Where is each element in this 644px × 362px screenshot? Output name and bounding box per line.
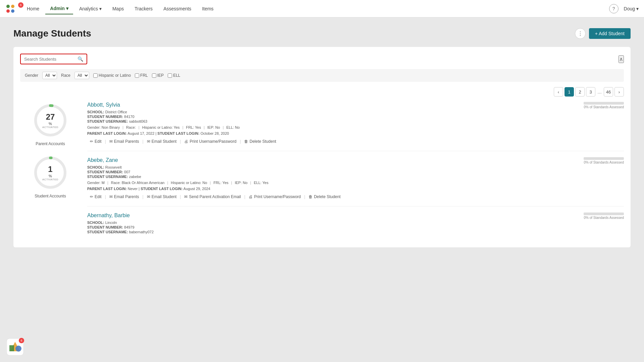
gender-select[interactable]: All xyxy=(42,72,57,79)
edit-icon-abbott: ✏ xyxy=(90,139,93,144)
user-dropdown-icon: ▾ xyxy=(636,6,639,11)
app-logo[interactable] xyxy=(5,4,15,14)
standards-label-abebe: 0% of Standards Assessed xyxy=(584,161,624,164)
nav-right: ? Doug ▾ xyxy=(609,4,639,13)
email-parents-button-abebe[interactable]: ✉ Email Parents xyxy=(107,193,142,200)
student-left-abernathy: Abernathy, Barbie School: Lincoln Studen… xyxy=(87,213,154,235)
standards-bar-abbott: 0% of Standards Assessed xyxy=(584,102,624,109)
student-pct-symbol: % xyxy=(49,174,52,178)
page-dots: … xyxy=(597,89,602,95)
page-actions: ⋮ + Add Student xyxy=(575,28,631,39)
student-accounts-stat: 1 % ACTIVATED Student Accounts xyxy=(20,154,80,198)
parent-percent: 27 xyxy=(46,112,55,122)
parent-circle-container: 27 % ACTIVATED xyxy=(32,102,69,139)
user-menu[interactable]: Doug ▾ xyxy=(624,6,639,11)
student-left-abbott: Abbott, Sylvia School: District Office S… xyxy=(87,102,240,138)
gender-label: Gender xyxy=(25,73,38,78)
delete-button-abebe[interactable]: 🗑 Delete Student xyxy=(306,193,343,200)
send-activation-button-abebe[interactable]: ✉ Send Parent Activation Email xyxy=(181,193,244,200)
nav-analytics[interactable]: Analytics ▾ xyxy=(74,3,106,14)
search-input[interactable] xyxy=(24,57,77,62)
prev-page-button[interactable]: ‹ xyxy=(554,87,563,97)
next-page-button[interactable]: › xyxy=(614,87,624,97)
widget-badge: 6 xyxy=(19,338,24,343)
standards-progress-bar-abebe xyxy=(584,157,624,160)
standards-bar-abernathy: 0% of Standards Assessed xyxy=(584,213,624,220)
delete-icon-abebe: 🗑 xyxy=(309,194,313,199)
nav-home[interactable]: Home xyxy=(22,3,44,14)
student-actions-abebe: ✏ Edit | ✉ Email Parents | ✉ Email Stude… xyxy=(87,193,624,200)
search-box: 🔍 xyxy=(20,54,87,64)
student-number-abernathy: Student Number: 84979 xyxy=(87,225,154,229)
standards-progress-bar-abbott xyxy=(584,102,624,105)
student-actions-abbott: ✏ Edit | ✉ Email Parents | ✉ Email Stude… xyxy=(87,138,624,145)
svg-point-11 xyxy=(15,346,21,352)
nav-items[interactable]: Items xyxy=(197,3,218,14)
print-button-abebe[interactable]: 🖨 Print Username/Password xyxy=(246,193,303,200)
student-username-abernathy: Student Username: babernathy072 xyxy=(87,230,154,234)
student-name-abbott[interactable]: Abbott, Sylvia xyxy=(87,102,240,108)
student-entry-abebe: Abebe, Zane School: Roosevelt Student Nu… xyxy=(87,157,624,206)
collapse-button[interactable]: ∧ xyxy=(619,55,624,63)
student-attrs-abbott: Gender: Non Binary | Race: | Hispanic or… xyxy=(87,125,240,129)
page-3-button[interactable]: 3 xyxy=(586,87,595,97)
student-username-abebe: Student Username: zabebe xyxy=(87,175,268,179)
filter-bar: Gender All Race All Hispanic or Latino F… xyxy=(20,69,624,82)
main-content: Manage Students ⋮ + Add Student 🔍 ∧ Gend… xyxy=(0,17,644,362)
student-accounts-label: Student Accounts xyxy=(35,194,66,198)
email-student-button-abbott[interactable]: ✉ Email Student xyxy=(144,138,179,145)
page-2-button[interactable]: 2 xyxy=(575,87,585,97)
admin-dropdown-icon: ▾ xyxy=(66,6,68,11)
parent-circle-inner: 27 % ACTIVATED xyxy=(42,112,58,129)
user-name: Doug xyxy=(624,6,635,11)
edit-button-abebe[interactable]: ✏ Edit xyxy=(87,193,104,200)
student-entry-abbott: Abbott, Sylvia School: District Office S… xyxy=(87,102,624,151)
page-1-button[interactable]: 1 xyxy=(565,87,574,97)
email-student-button-abebe[interactable]: ✉ Email Student xyxy=(144,193,179,200)
nav-maps[interactable]: Maps xyxy=(108,3,128,14)
student-school-abebe: School: Roosevelt xyxy=(87,165,268,169)
race-select[interactable]: All xyxy=(74,72,89,79)
email-student-icon-abbott: ✉ xyxy=(147,139,150,144)
email-student-icon-abebe: ✉ xyxy=(147,194,150,199)
iep-checkbox[interactable] xyxy=(152,73,156,78)
page-last-button[interactable]: 46 xyxy=(604,87,613,97)
standards-label-abbott: 0% of Standards Assessed xyxy=(584,105,624,109)
email-parents-button-abbott[interactable]: ✉ Email Parents xyxy=(107,138,142,145)
frl-filter[interactable]: FRL xyxy=(135,73,148,78)
help-button[interactable]: ? xyxy=(609,4,619,13)
parent-accounts-label: Parent Accounts xyxy=(36,141,65,146)
ell-filter[interactable]: ELL xyxy=(168,73,180,78)
hispanic-checkbox[interactable] xyxy=(93,73,98,78)
student-name-abernathy[interactable]: Abernathy, Barbie xyxy=(87,213,154,219)
ell-checkbox[interactable] xyxy=(168,73,172,78)
student-number-abbott: Student Number: 84170 xyxy=(87,115,240,119)
students-panel: Abbott, Sylvia School: District Office S… xyxy=(87,102,624,241)
frl-checkbox[interactable] xyxy=(135,73,139,78)
bottom-left-widget[interactable]: 6 xyxy=(7,339,23,355)
widget-icon[interactable]: 6 xyxy=(7,339,23,355)
student-username-abbott: Student Username: sabbott063 xyxy=(87,119,240,123)
edit-button-abbott[interactable]: ✏ Edit xyxy=(87,138,104,145)
svg-point-2 xyxy=(6,9,10,13)
email-parents-icon-abbott: ✉ xyxy=(109,139,113,144)
more-options-button[interactable]: ⋮ xyxy=(575,28,586,39)
print-button-abbott[interactable]: 🖨 Print Username/Password xyxy=(181,138,239,145)
stats-panel: 27 % ACTIVATED Parent Accounts xyxy=(20,102,80,241)
standards-bar-abebe: 0% of Standards Assessed xyxy=(584,157,624,164)
nav-assessments[interactable]: Assessments xyxy=(159,3,196,14)
student-login-abbott: Parent Last Login: August 17, 2022 | Stu… xyxy=(87,131,240,135)
search-icon[interactable]: 🔍 xyxy=(77,56,83,62)
add-student-button[interactable]: + Add Student xyxy=(589,28,631,39)
nav-trackers[interactable]: Trackers xyxy=(130,3,157,14)
standards-progress-bar-abernathy xyxy=(584,213,624,215)
hispanic-filter[interactable]: Hispanic or Latino xyxy=(93,73,131,78)
student-school-abbott: School: District Office xyxy=(87,110,240,114)
student-name-abebe[interactable]: Abebe, Zane xyxy=(87,157,268,163)
delete-button-abbott[interactable]: 🗑 Delete Student xyxy=(241,138,279,145)
iep-filter[interactable]: IEP xyxy=(152,73,164,78)
parent-activated-label: ACTIVATED xyxy=(42,126,58,129)
nav-admin[interactable]: Admin ▾ xyxy=(45,3,73,14)
print-icon-abebe: 🖨 xyxy=(249,194,253,199)
delete-icon-abbott: 🗑 xyxy=(244,139,248,144)
